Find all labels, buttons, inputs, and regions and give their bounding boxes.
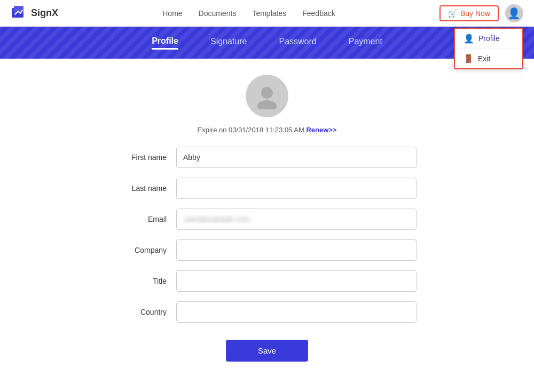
person-icon: 👤: [507, 7, 521, 20]
country-row: Country: [117, 301, 417, 323]
company-label: Company: [117, 246, 176, 254]
profile-avatar[interactable]: [246, 75, 288, 117]
cart-icon: 🛒: [448, 9, 457, 18]
tab-password[interactable]: Password: [279, 37, 316, 49]
title-row: Title: [117, 270, 417, 292]
nav-documents[interactable]: Documents: [199, 9, 237, 18]
main-content: Expire on 03/31/2018 11:23:05 AM Renew>>…: [0, 59, 534, 378]
first-name-input[interactable]: [176, 147, 417, 168]
last-name-label: Last name: [117, 184, 176, 193]
tab-signature[interactable]: Signature: [210, 37, 247, 49]
first-name-label: First name: [117, 153, 176, 162]
last-name-input[interactable]: [176, 178, 417, 199]
tab-payment[interactable]: Payment: [349, 37, 382, 49]
company-row: Company: [117, 239, 417, 261]
header: SignX Home Documents Templates Feedback …: [0, 0, 534, 27]
tab-profile[interactable]: Profile: [152, 36, 178, 50]
title-label: Title: [117, 277, 176, 285]
country-input[interactable]: [176, 301, 417, 323]
email-input[interactable]: [176, 209, 417, 230]
email-label: Email: [117, 215, 176, 223]
logo[interactable]: SignX: [11, 5, 58, 22]
buy-now-label: Buy Now: [460, 9, 490, 18]
country-label: Country: [117, 308, 176, 316]
dropdown-exit-label: Exit: [478, 54, 490, 63]
nav-home[interactable]: Home: [162, 9, 182, 18]
renew-link[interactable]: Renew>>: [306, 126, 336, 134]
title-input[interactable]: [176, 270, 417, 292]
email-row: Email: [117, 209, 417, 230]
svg-point-2: [261, 87, 273, 99]
svg-point-3: [257, 100, 277, 109]
header-right: 🛒 Buy Now 👤 👤 Profile 🚪 Exit: [439, 4, 523, 22]
dropdown-profile-label: Profile: [478, 34, 500, 43]
exit-icon: 🚪: [464, 54, 474, 63]
expire-text: Expire on 03/31/2018 11:23:05 AM: [198, 126, 304, 134]
profile-avatar-icon: [254, 83, 280, 109]
dropdown-profile[interactable]: 👤 Profile: [455, 29, 522, 49]
save-button[interactable]: Save: [226, 340, 308, 362]
logo-icon: [11, 5, 28, 22]
buy-now-button[interactable]: 🛒 Buy Now: [439, 5, 499, 21]
nav-feedback[interactable]: Feedback: [302, 9, 335, 18]
expire-info: Expire on 03/31/2018 11:23:05 AM Renew>>: [198, 126, 337, 134]
first-name-row: First name: [117, 147, 417, 168]
main-nav: Home Documents Templates Feedback: [162, 9, 335, 18]
nav-templates[interactable]: Templates: [252, 9, 286, 18]
avatar[interactable]: 👤: [505, 4, 523, 22]
last-name-row: Last name: [117, 178, 417, 199]
profile-form: First name Last name Email Company Title…: [117, 147, 417, 362]
user-dropdown: 👤 Profile 🚪 Exit: [454, 28, 523, 69]
logo-text: SignX: [31, 7, 58, 19]
profile-icon: 👤: [464, 34, 474, 44]
dropdown-exit[interactable]: 🚪 Exit: [455, 49, 522, 68]
company-input[interactable]: [176, 239, 417, 261]
